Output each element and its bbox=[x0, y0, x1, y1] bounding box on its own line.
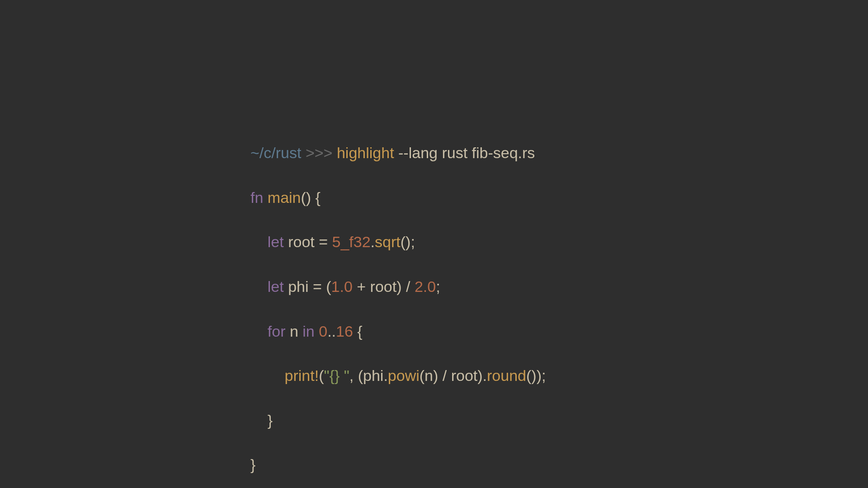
num-literal: 0 bbox=[319, 323, 327, 340]
code-line-6: } bbox=[250, 409, 562, 432]
prompt-arrows: >>> bbox=[306, 144, 333, 161]
command-highlight: highlight bbox=[337, 144, 394, 161]
prompt-path: ~/c/rust bbox=[250, 144, 301, 161]
code-line-2: let root = 5_f32.sqrt(); bbox=[250, 231, 562, 253]
code-line-5: print!("{} ", (phi.powi(n) / root).round… bbox=[250, 365, 562, 387]
num-literal: 16 bbox=[336, 323, 353, 340]
num-literal: 1.0 bbox=[331, 278, 353, 295]
kw-fn: fn bbox=[250, 189, 263, 206]
code-line-7: } bbox=[250, 454, 562, 476]
code-line-4: for n in 0..16 { bbox=[250, 320, 562, 343]
kw-in: in bbox=[302, 323, 314, 340]
code-line-1: fn main() { bbox=[250, 187, 562, 209]
terminal-output: ~/c/rust >>> highlight --lang rust fib-s… bbox=[250, 120, 562, 488]
method-powi: powi bbox=[388, 367, 420, 384]
kw-for: for bbox=[268, 323, 286, 340]
prompt-line-1: ~/c/rust >>> highlight --lang rust fib-s… bbox=[250, 142, 562, 164]
fn-name-main: main bbox=[268, 189, 301, 206]
num-literal: 2.0 bbox=[415, 278, 436, 295]
macro-print: print! bbox=[285, 367, 319, 384]
method-round: round bbox=[487, 367, 526, 384]
code-line-3: let phi = (1.0 + root) / 2.0; bbox=[250, 276, 562, 298]
string-literal: "{} " bbox=[324, 367, 349, 384]
kw-let: let bbox=[268, 278, 284, 295]
num-literal: 5_f32 bbox=[332, 233, 371, 250]
method-sqrt: sqrt bbox=[375, 233, 401, 250]
command-args: --lang rust fib-seq.rs bbox=[394, 144, 535, 161]
kw-let: let bbox=[268, 233, 284, 250]
